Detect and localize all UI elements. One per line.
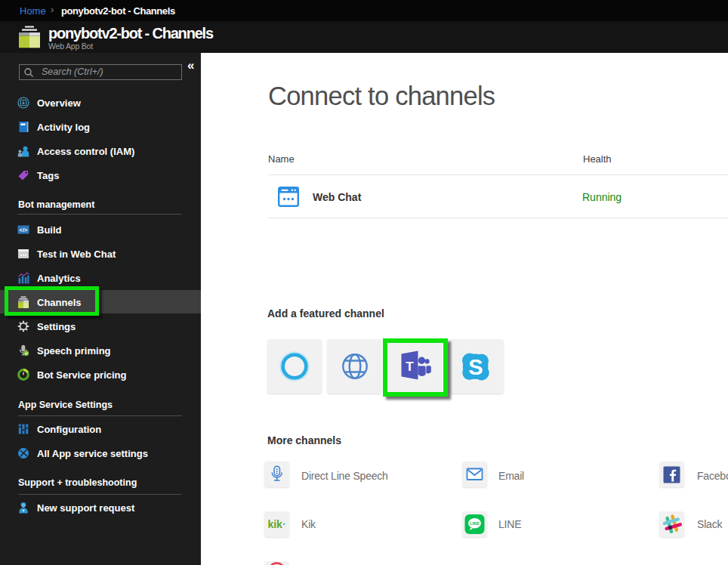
svg-text:</>: </> xyxy=(20,227,28,233)
svg-text:LINE: LINE xyxy=(470,521,480,526)
svg-text:T: T xyxy=(406,360,414,374)
svg-text:S: S xyxy=(468,355,483,379)
